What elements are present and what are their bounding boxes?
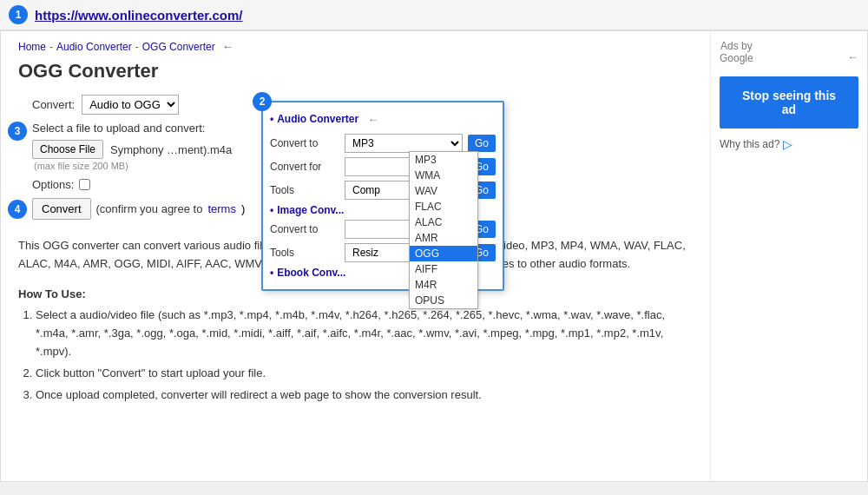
overlay-convert-to-select[interactable]: MP3 [345, 134, 463, 153]
opt-m4r[interactable]: M4R [410, 277, 477, 293]
overlay-back-arrow[interactable]: ← [367, 113, 378, 126]
terms-link[interactable]: terms [207, 202, 236, 215]
breadcrumb-sep1: - [49, 41, 53, 53]
breadcrumb: Home - Audio Converter - OGG Converter ← [18, 40, 693, 53]
options-checkbox[interactable] [79, 179, 90, 190]
stop-ad-button[interactable]: Stop seeing this ad [720, 76, 858, 129]
ads-by-text: Ads by [720, 40, 753, 52]
ad-panel: Ads by Google ← Stop seeing this ad Why … [711, 31, 867, 481]
why-ad-label: Why this ad? [720, 138, 779, 150]
how-to-use: How To Use: Select a audio/video file (s… [18, 286, 693, 405]
opt-mp3[interactable]: MP3 [410, 152, 477, 168]
breadcrumb-audio[interactable]: Audio Converter [56, 41, 132, 53]
terms-close: ) [241, 202, 245, 215]
convert-button[interactable]: Convert [32, 198, 91, 220]
overlay-convert-to-label: Convert to [270, 137, 339, 149]
badge-4: 4 [8, 200, 27, 219]
breadcrumb-sep2: - [135, 41, 139, 53]
badge-1: 1 [9, 5, 28, 24]
file-name-display: Symphony …ment).m4a [110, 143, 232, 156]
overlay-audio-header[interactable]: Audio Converter [270, 113, 358, 125]
breadcrumb-home[interactable]: Home [18, 41, 46, 53]
google-text: Google [720, 52, 753, 64]
overlay-convert-to-row: Convert to MP3 Go MP3 WMA WAV FLAC ALAC … [270, 134, 496, 153]
main-content: Home - Audio Converter - OGG Converter ←… [1, 31, 711, 481]
overlay-img-convert-label: Convert to [270, 223, 339, 235]
opt-ogg[interactable]: OGG [410, 246, 477, 261]
convert-select[interactable]: Audio to OGG [82, 95, 179, 115]
badge-3: 3 [8, 122, 27, 141]
opt-wma[interactable]: WMA [410, 168, 477, 183]
convert-label: Convert: [32, 98, 75, 111]
url-display: https://www.onlineconverter.com/ [35, 8, 242, 23]
format-dropdown-open: MP3 WMA WAV FLAC ALAC AMR OGG AIFF M4R O… [409, 151, 478, 309]
options-label: Options: [32, 178, 74, 191]
why-ad-arrow-icon: ▷ [783, 137, 792, 151]
breadcrumb-ogg[interactable]: OGG Converter [142, 41, 215, 53]
choose-file-button[interactable]: Choose File [32, 140, 103, 159]
overlay-go-btn-1[interactable]: Go [468, 135, 496, 152]
terms-text: (confirm you agree to [96, 202, 203, 215]
page-title: OGG Converter [18, 60, 693, 82]
overlay-tools-label-1: Tools [270, 184, 339, 196]
ad-back-arrow[interactable]: ← [847, 50, 858, 63]
overlay-badge-2: 2 [253, 92, 272, 111]
how-to-step-2: Click button "Convert" to start upload y… [36, 365, 693, 383]
how-to-step-1: Select a audio/video file (such as *.mp3… [36, 307, 693, 360]
breadcrumb-back-arrow[interactable]: ← [222, 40, 233, 53]
opt-alac[interactable]: ALAC [410, 214, 477, 230]
opt-opus[interactable]: OPUS [410, 293, 477, 308]
page-wrapper: Home - Audio Converter - OGG Converter ←… [0, 30, 868, 482]
why-ad-row[interactable]: Why this ad? ▷ [720, 137, 858, 151]
overlay-tools-label-2: Tools [270, 247, 339, 259]
opt-flac[interactable]: FLAC [410, 199, 477, 214]
opt-aiff[interactable]: AIFF [410, 261, 477, 277]
overlay-convert-for-label: Convert for [270, 161, 339, 173]
ads-by-google: Ads by Google [720, 40, 753, 64]
opt-amr[interactable]: AMR [410, 230, 477, 246]
how-to-use-list: Select a audio/video file (such as *.mp3… [36, 307, 693, 404]
browser-bar: 1 https://www.onlineconverter.com/ [0, 0, 868, 30]
how-to-step-3: Once upload completed, converter will re… [36, 386, 693, 405]
overlay-panel: 2 Audio Converter ← Convert to MP3 Go MP… [261, 101, 504, 291]
opt-wav[interactable]: WAV [410, 183, 477, 199]
